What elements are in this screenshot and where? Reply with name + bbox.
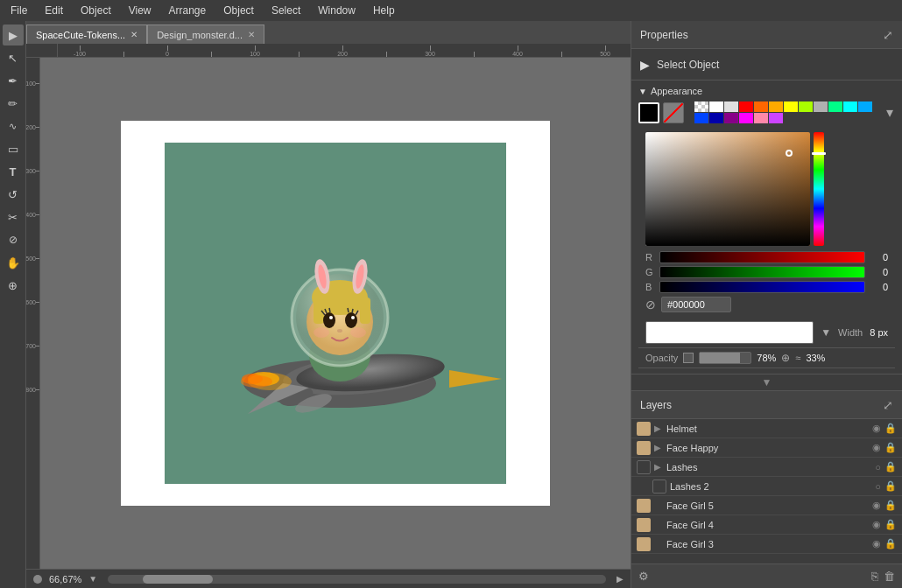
layer-eye-face-girl-4[interactable]: ◉ (872, 519, 881, 530)
layer-lock-lashes-2[interactable]: 🔒 (884, 480, 897, 492)
menu-object2[interactable]: Object (220, 3, 257, 18)
color-cell-16[interactable] (769, 113, 783, 123)
layer-expand-lashes[interactable]: ▶ (654, 462, 663, 472)
layer-lock-helmet[interactable]: 🔒 (884, 423, 897, 434)
menu-help[interactable]: Help (370, 3, 398, 18)
tab-1-label: Design_monster.d... (157, 30, 243, 40)
tool-rotate[interactable]: ↺ (3, 184, 24, 205)
color-cell-11[interactable] (694, 113, 708, 123)
tool-text[interactable]: T (3, 161, 24, 182)
layer-lock-face-girl-5[interactable]: 🔒 (884, 500, 897, 511)
layer-item-lashes-2[interactable]: Lashes 2 ○ 🔒 (631, 477, 902, 496)
r-slider[interactable] (659, 251, 865, 263)
layer-thumb-face-girl-3 (637, 537, 651, 551)
color-cell-5[interactable] (784, 102, 798, 112)
tab-1[interactable]: Design_monster.d... ✕ (147, 24, 264, 44)
stroke-dropdown[interactable]: ▼ (821, 326, 831, 339)
color-cell-white[interactable] (709, 102, 723, 112)
scroll-bar-bottom[interactable] (108, 575, 606, 584)
zoom-arrow-down[interactable]: ▼ (88, 574, 97, 584)
menu-edit[interactable]: Edit (41, 3, 67, 18)
appearance-collapse[interactable]: ▼ (638, 87, 647, 96)
canvas-scroll[interactable] (40, 58, 631, 569)
menu-window[interactable]: Window (314, 3, 359, 18)
tool-scissors[interactable]: ✂ (3, 206, 24, 228)
properties-expand-icon[interactable]: ⤢ (883, 28, 893, 42)
layer-item-helmet[interactable]: ▶ Helmet ◉ 🔒 (631, 419, 902, 438)
color-cell-3[interactable] (754, 102, 768, 112)
tool-eyedropper[interactable]: ⊘ (3, 229, 24, 250)
layers-list[interactable]: ▶ Helmet ◉ 🔒 ▶ Face Happy ◉ 🔒 (631, 419, 902, 564)
color-cell-6[interactable] (799, 102, 813, 112)
layer-lock-face-happy[interactable]: 🔒 (884, 442, 897, 453)
menu-object[interactable]: Object (77, 3, 115, 18)
canvas-content[interactable] (165, 143, 506, 484)
hue-bar[interactable] (814, 132, 824, 246)
color-cell-14[interactable] (739, 113, 753, 123)
b-slider[interactable] (659, 281, 865, 293)
tool-pen[interactable]: ✒ (3, 70, 24, 91)
color-cell-12[interactable] (709, 113, 723, 123)
layer-lock-lashes[interactable]: 🔒 (884, 461, 897, 472)
tool-hand[interactable]: ✋ (3, 252, 24, 273)
tool-zoom[interactable]: ⊕ (3, 275, 24, 296)
menu-arrange[interactable]: Arrange (166, 3, 210, 18)
color-cell-checker[interactable] (694, 102, 708, 112)
layer-eye-face-girl-3[interactable]: ◉ (872, 538, 881, 550)
color-cell-2[interactable] (739, 102, 753, 112)
layer-eye-helmet[interactable]: ◉ (872, 423, 881, 434)
opacity-row: Opacity 78% ⊕ ≈ 33% (638, 348, 895, 368)
link-icon[interactable]: ⊕ (781, 352, 790, 364)
b-value: 0 (870, 282, 888, 292)
layer-lock-face-girl-3[interactable]: 🔒 (884, 538, 897, 550)
layers-settings-icon[interactable]: ⚙ (638, 570, 649, 583)
layer-item-face-girl-4[interactable]: Face Girl 4 ◉ 🔒 (631, 515, 902, 535)
layer-item-face-girl-3[interactable]: Face Girl 3 ◉ 🔒 (631, 535, 902, 554)
layer-expand-face-happy[interactable]: ▶ (654, 443, 663, 452)
color-cell-1[interactable] (724, 102, 738, 112)
color-cell-7[interactable] (814, 102, 828, 112)
layer-lock-face-girl-4[interactable]: 🔒 (884, 519, 897, 530)
tool-rectangle[interactable]: ▭ (3, 138, 24, 159)
layer-item-lashes[interactable]: ▶ Lashes ○ 🔒 (631, 458, 902, 477)
layer-expand-helmet[interactable]: ▶ (654, 424, 663, 433)
g-slider[interactable] (659, 266, 865, 278)
layer-item-face-girl-5[interactable]: Face Girl 5 ◉ 🔒 (631, 496, 902, 515)
tab-0-close[interactable]: ✕ (130, 30, 137, 39)
layers-expand-icon[interactable]: ⤢ (883, 398, 893, 412)
color-cell-8[interactable] (828, 102, 842, 112)
color-cell-9[interactable] (843, 102, 857, 112)
color-cell-10[interactable] (858, 102, 872, 112)
layer-eye-face-happy[interactable]: ◉ (872, 442, 881, 453)
tool-bezier[interactable]: ∿ (3, 116, 24, 136)
g-value: 0 (870, 267, 888, 277)
layer-eye-face-girl-5[interactable]: ◉ (872, 500, 881, 511)
layers-delete-icon[interactable]: 🗑 (884, 570, 895, 583)
menu-select[interactable]: Select (268, 3, 304, 18)
layer-item-face-happy[interactable]: ▶ Face Happy ◉ 🔒 (631, 438, 902, 458)
layer-eye-lashes[interactable]: ○ (875, 462, 881, 472)
tab-1-close[interactable]: ✕ (248, 30, 255, 39)
scroll-right-arrow[interactable]: ▶ (617, 574, 624, 584)
menu-file[interactable]: File (7, 3, 31, 18)
stroke-swatch[interactable] (663, 102, 684, 123)
collapse-button[interactable]: ▼ (631, 374, 902, 391)
hex-input[interactable] (661, 297, 731, 312)
tab-0[interactable]: SpaceCute-Tokens... ✕ (26, 24, 147, 44)
layers-copy-icon[interactable]: ⎘ (871, 570, 878, 583)
fill-swatch[interactable] (638, 102, 659, 123)
color-spectrum[interactable] (645, 132, 810, 246)
color-cell-13[interactable] (724, 113, 738, 123)
stroke-preview[interactable] (645, 321, 814, 344)
layer-eye-lashes-2[interactable]: ○ (875, 481, 881, 492)
opacity-bar[interactable] (699, 352, 751, 364)
eyedropper-icon[interactable]: ⊘ (645, 298, 656, 312)
menu-view[interactable]: View (125, 3, 155, 18)
tool-direct-select[interactable]: ↖ (3, 47, 24, 68)
tool-pencil[interactable]: ✏ (3, 93, 24, 114)
color-grid-more[interactable]: ▾ (884, 104, 895, 121)
tool-select-arrow[interactable]: ▶ (3, 24, 24, 46)
color-cell-4[interactable] (769, 102, 783, 112)
color-cell-15[interactable] (754, 113, 768, 123)
opacity-checkbox[interactable] (683, 353, 694, 363)
